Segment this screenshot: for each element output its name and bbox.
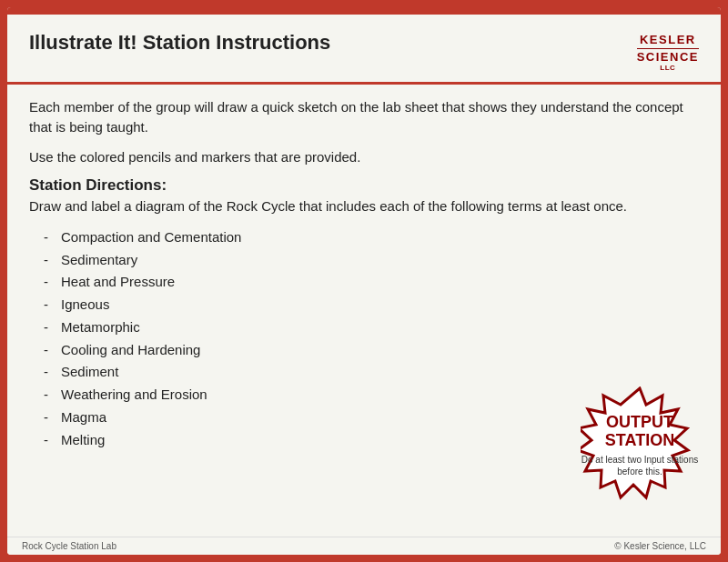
logo-divider: [637, 48, 699, 49]
logo-sub: LLC: [660, 64, 675, 73]
badge-content: OUTPUT STATION Do at least two Input sta…: [581, 414, 699, 477]
outer-container: Illustrate It! Station Instructions KESL…: [0, 0, 728, 562]
list-item: Metamorphic: [29, 316, 699, 339]
badge-sub: Do at least two Input stations before th…: [581, 454, 699, 477]
list-item: Sedimentary: [29, 249, 699, 272]
intro-paragraph2: Use the colored pencils and markers that…: [29, 147, 699, 168]
intro-paragraph1: Each member of the group will draw a qui…: [29, 97, 699, 138]
footer-right: © Kesler Science, LLC: [614, 541, 706, 551]
badge-line1: OUTPUT: [581, 414, 699, 432]
footer-left: Rock Cycle Station Lab: [22, 541, 116, 551]
logo-line1: KESLER: [640, 33, 696, 47]
logo-line2: SCIENCE: [637, 50, 699, 65]
card: Illustrate It! Station Instructions KESL…: [7, 7, 721, 555]
logo: KESLER SCIENCE LLC: [637, 31, 699, 73]
page-title: Illustrate It! Station Instructions: [29, 31, 330, 55]
footer: Rock Cycle Station Lab © Kesler Science,…: [7, 537, 721, 555]
starburst: OUTPUT STATION Do at least two Input sta…: [581, 386, 699, 505]
list-item: Heat and Pressure: [29, 271, 699, 294]
list-item: Compaction and Cementation: [29, 226, 699, 249]
output-station-badge: OUTPUT STATION Do at least two Input sta…: [581, 386, 699, 505]
list-item: Cooling and Hardening: [29, 339, 699, 362]
header: Illustrate It! Station Instructions KESL…: [7, 15, 721, 85]
top-bar: [7, 7, 721, 15]
list-item: Sediment: [29, 361, 699, 384]
directions-body: Draw and label a diagram of the Rock Cyc…: [29, 196, 699, 217]
list-item: Igneous: [29, 294, 699, 316]
directions-title: Station Directions:: [29, 176, 699, 195]
badge-line2: STATION: [581, 432, 699, 450]
